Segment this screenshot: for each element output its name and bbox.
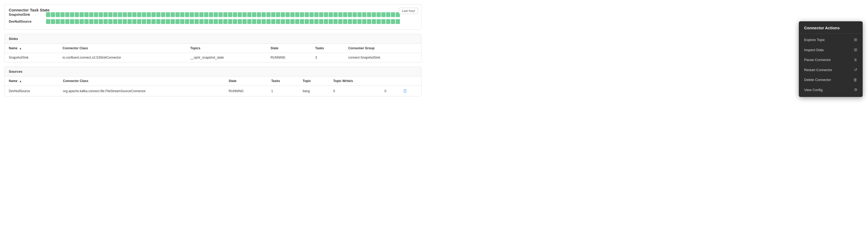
sources-thead: Name ▲ Connector Class State Tasks Topic… <box>4 77 421 86</box>
status-block <box>305 19 309 24</box>
dropdown-item-icon: ⊞ <box>854 37 857 42</box>
task-state-section: Connector Task State Last hour SnapshotS… <box>4 4 422 30</box>
status-block <box>367 12 371 17</box>
sources-section: Sources Name ▲ Connector Class State Tas… <box>4 66 422 96</box>
dropdown-menu-item[interactable]: Restart Connector↺ <box>799 65 863 75</box>
status-block <box>113 19 117 24</box>
status-block <box>343 12 347 17</box>
status-block <box>319 19 323 24</box>
status-block <box>89 12 93 17</box>
status-block <box>156 19 160 24</box>
connector-row-label: DevNullSource <box>9 20 46 23</box>
task-state-title: Connector Task State <box>9 8 50 12</box>
status-block <box>80 12 84 17</box>
status-block <box>170 19 175 24</box>
status-block <box>84 19 89 24</box>
status-block <box>70 12 74 17</box>
dropdown-item-label: View Config <box>804 88 851 92</box>
status-block <box>94 12 98 17</box>
status-block <box>261 12 266 17</box>
status-block <box>396 19 400 24</box>
dropdown-menu-item[interactable]: Delete Connector🗑 <box>799 75 863 85</box>
sinks-thead: Name ▲ Connector Class Topics State Task… <box>4 44 421 53</box>
source-extra: 0 <box>380 86 399 96</box>
status-block <box>233 12 237 17</box>
dropdown-menu-item[interactable]: Inspect Data⊞ <box>799 45 863 55</box>
sources-header: Sources <box>4 67 421 77</box>
status-block <box>94 19 98 24</box>
status-block <box>276 12 280 17</box>
dropdown-title: Connector Actions <box>799 26 863 34</box>
status-block <box>376 12 381 17</box>
status-block <box>185 12 189 17</box>
status-block <box>103 19 108 24</box>
status-block <box>290 12 294 17</box>
sinks-col-topics: Topics <box>186 44 266 53</box>
connector-task-row: SnapshotSink <box>9 12 417 17</box>
status-block <box>80 19 84 24</box>
dropdown-item-icon: ⊞ <box>854 48 857 52</box>
status-block <box>190 12 194 17</box>
status-block <box>276 19 280 24</box>
sinks-section: Sinks Name ▲ Connector Class Topics Stat… <box>4 34 422 62</box>
status-block <box>367 19 371 24</box>
sinks-header: Sinks <box>4 34 421 44</box>
dropdown-item-label: Explore Topic <box>804 38 851 42</box>
sinks-col-name: Name ▲ <box>4 44 58 53</box>
connector-rows: SnapshotSinkDevNullSource <box>9 12 417 24</box>
status-block <box>233 19 237 24</box>
status-block <box>348 19 352 24</box>
dropdown-item-icon: 🗑 <box>854 78 857 82</box>
status-block <box>180 19 184 24</box>
status-block <box>381 19 385 24</box>
status-block <box>214 12 218 17</box>
status-block <box>314 19 318 24</box>
status-block <box>285 12 290 17</box>
table-row: DevNullSource org.apache.kafka.connect.f… <box>4 86 421 96</box>
dropdown-menu-item[interactable]: Explore Topic⊞ <box>799 35 863 45</box>
status-block <box>290 19 294 24</box>
status-block <box>170 12 175 17</box>
blocks-container <box>46 12 400 17</box>
status-block <box>247 12 251 17</box>
dropdown-item-icon: ↺ <box>854 67 857 72</box>
status-block <box>103 12 108 17</box>
status-block <box>338 12 342 17</box>
source-action-icon[interactable]: ☰ <box>399 86 421 96</box>
connector-row-label: SnapshotSink <box>9 13 46 17</box>
source-class: org.apache.kafka.connect.file.FileStream… <box>59 86 225 96</box>
status-block <box>199 19 204 24</box>
status-block <box>132 19 136 24</box>
dropdown-menu-item[interactable]: Pause Connector⏸ <box>799 55 863 65</box>
dropdown-menu-item[interactable]: View Config⚙ <box>799 85 863 95</box>
status-block <box>204 12 208 17</box>
list-icon[interactable]: ☰ <box>403 89 407 93</box>
status-block <box>358 12 362 17</box>
status-block <box>51 19 55 24</box>
status-block <box>391 12 395 17</box>
sort-arrow-name-src: ▲ <box>19 80 22 83</box>
status-block <box>257 12 261 17</box>
dropdown-items: Explore Topic⊞Inspect Data⊞Pause Connect… <box>799 35 863 95</box>
status-block <box>300 19 304 24</box>
status-block <box>281 12 285 17</box>
status-block <box>156 12 160 17</box>
status-block <box>166 19 170 24</box>
status-block <box>285 19 290 24</box>
sinks-tbody: SnapshotSink io.confluent.connect.s3.S3S… <box>4 53 421 62</box>
status-block <box>60 12 65 17</box>
sources-table: Name ▲ Connector Class State Tasks Topic… <box>4 77 421 96</box>
status-block <box>261 19 266 24</box>
status-block <box>127 12 132 17</box>
status-block <box>362 19 366 24</box>
last-hour-button[interactable]: Last hour <box>399 8 418 14</box>
sinks-table: Name ▲ Connector Class Topics State Task… <box>4 44 421 62</box>
status-block <box>65 19 69 24</box>
sources-col-name: Name ▲ <box>4 77 59 86</box>
status-block <box>238 12 242 17</box>
status-block <box>108 12 113 17</box>
sources-col-class: Connector Class <box>59 77 225 86</box>
status-block <box>108 19 113 24</box>
status-block <box>99 19 103 24</box>
status-block <box>314 12 318 17</box>
